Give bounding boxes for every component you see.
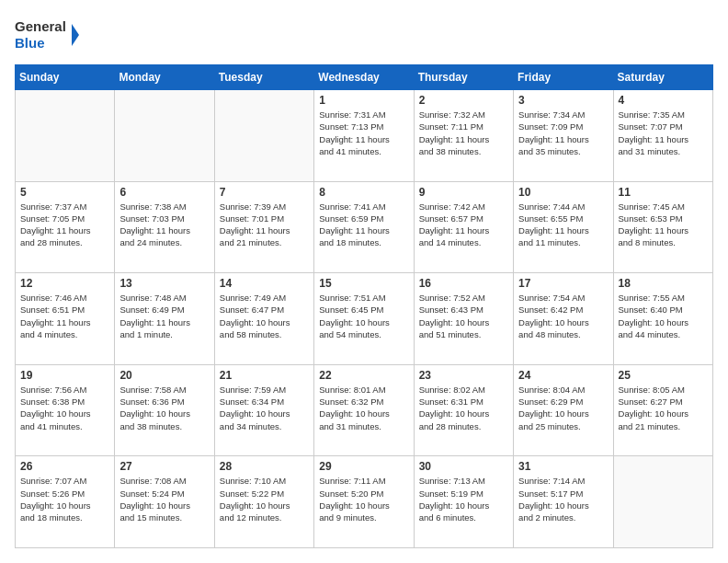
day-info: Sunrise: 7:49 AM Sunset: 6:47 PM Dayligh… [220, 292, 309, 340]
day-number: 16 [419, 277, 508, 290]
weekday-header-friday: Friday [514, 65, 613, 90]
calendar-cell: 20Sunrise: 7:58 AM Sunset: 6:36 PM Dayli… [115, 364, 214, 456]
svg-marker-2 [72, 24, 79, 46]
page: General Blue SundayMondayTuesdayWednesda… [0, 0, 728, 563]
weekday-header-saturday: Saturday [613, 65, 712, 90]
day-info: Sunrise: 7:56 AM Sunset: 6:38 PM Dayligh… [20, 384, 109, 432]
day-number: 30 [419, 460, 508, 473]
day-number: 12 [20, 277, 109, 290]
day-info: Sunrise: 7:48 AM Sunset: 6:49 PM Dayligh… [119, 292, 209, 340]
day-number: 19 [20, 369, 109, 382]
calendar-cell: 29Sunrise: 7:11 AM Sunset: 5:20 PM Dayli… [314, 456, 414, 548]
week-row-1: 1Sunrise: 7:31 AM Sunset: 7:13 PM Daylig… [16, 90, 713, 182]
calendar-cell: 19Sunrise: 7:56 AM Sunset: 6:38 PM Dayli… [16, 364, 115, 456]
day-number: 11 [619, 186, 708, 199]
week-row-3: 12Sunrise: 7:46 AM Sunset: 6:51 PM Dayli… [16, 273, 713, 365]
day-number: 31 [518, 460, 608, 473]
calendar-cell: 30Sunrise: 7:13 AM Sunset: 5:19 PM Dayli… [414, 456, 513, 548]
day-info: Sunrise: 7:07 AM Sunset: 5:26 PM Dayligh… [20, 475, 109, 523]
day-number: 9 [419, 186, 508, 199]
day-info: Sunrise: 7:32 AM Sunset: 7:11 PM Dayligh… [419, 109, 508, 157]
day-number: 29 [319, 460, 408, 473]
calendar-cell: 31Sunrise: 7:14 AM Sunset: 5:17 PM Dayli… [514, 456, 613, 548]
calendar-cell: 24Sunrise: 8:04 AM Sunset: 6:29 PM Dayli… [514, 364, 613, 456]
calendar-cell: 23Sunrise: 8:02 AM Sunset: 6:31 PM Dayli… [414, 364, 513, 456]
header: General Blue [15, 15, 713, 55]
day-info: Sunrise: 8:01 AM Sunset: 6:32 PM Dayligh… [319, 384, 408, 432]
day-info: Sunrise: 8:05 AM Sunset: 6:27 PM Dayligh… [619, 384, 708, 432]
day-number: 13 [119, 277, 209, 290]
day-number: 27 [119, 460, 209, 473]
logo-svg: General Blue [15, 15, 79, 55]
day-info: Sunrise: 8:02 AM Sunset: 6:31 PM Dayligh… [419, 384, 508, 432]
calendar-cell: 18Sunrise: 7:55 AM Sunset: 6:40 PM Dayli… [613, 273, 712, 365]
calendar-cell: 21Sunrise: 7:59 AM Sunset: 6:34 PM Dayli… [214, 364, 313, 456]
calendar-cell: 6Sunrise: 7:38 AM Sunset: 7:03 PM Daylig… [115, 181, 214, 273]
day-number: 10 [518, 186, 608, 199]
day-info: Sunrise: 7:51 AM Sunset: 6:45 PM Dayligh… [319, 292, 408, 340]
day-info: Sunrise: 7:35 AM Sunset: 7:07 PM Dayligh… [619, 109, 708, 157]
day-info: Sunrise: 7:59 AM Sunset: 6:34 PM Dayligh… [220, 384, 309, 432]
calendar-cell: 3Sunrise: 7:34 AM Sunset: 7:09 PM Daylig… [514, 90, 613, 182]
day-number: 5 [20, 186, 109, 199]
calendar-cell: 2Sunrise: 7:32 AM Sunset: 7:11 PM Daylig… [414, 90, 513, 182]
day-info: Sunrise: 7:39 AM Sunset: 7:01 PM Dayligh… [220, 201, 309, 249]
calendar-cell: 17Sunrise: 7:54 AM Sunset: 6:42 PM Dayli… [514, 273, 613, 365]
day-number: 3 [518, 94, 608, 107]
calendar-cell: 4Sunrise: 7:35 AM Sunset: 7:07 PM Daylig… [613, 90, 712, 182]
day-info: Sunrise: 7:58 AM Sunset: 6:36 PM Dayligh… [119, 384, 209, 432]
day-number: 25 [619, 369, 708, 382]
week-row-4: 19Sunrise: 7:56 AM Sunset: 6:38 PM Dayli… [16, 364, 713, 456]
day-number: 20 [119, 369, 209, 382]
day-number: 1 [319, 94, 408, 107]
weekday-header-wednesday: Wednesday [314, 65, 414, 90]
svg-text:Blue: Blue [15, 35, 45, 51]
weekday-header-monday: Monday [115, 65, 214, 90]
day-number: 22 [319, 369, 408, 382]
calendar-cell: 15Sunrise: 7:51 AM Sunset: 6:45 PM Dayli… [314, 273, 414, 365]
day-info: Sunrise: 7:37 AM Sunset: 7:05 PM Dayligh… [20, 201, 109, 249]
day-number: 18 [619, 277, 708, 290]
calendar-cell: 26Sunrise: 7:07 AM Sunset: 5:26 PM Dayli… [16, 456, 115, 548]
day-info: Sunrise: 8:04 AM Sunset: 6:29 PM Dayligh… [518, 384, 608, 432]
calendar-cell: 28Sunrise: 7:10 AM Sunset: 5:22 PM Dayli… [214, 456, 313, 548]
day-info: Sunrise: 7:42 AM Sunset: 6:57 PM Dayligh… [419, 201, 508, 249]
day-info: Sunrise: 7:13 AM Sunset: 5:19 PM Dayligh… [419, 475, 508, 523]
calendar-cell [613, 456, 712, 548]
day-number: 23 [419, 369, 508, 382]
day-number: 28 [220, 460, 309, 473]
calendar-cell: 12Sunrise: 7:46 AM Sunset: 6:51 PM Dayli… [16, 273, 115, 365]
calendar-cell: 27Sunrise: 7:08 AM Sunset: 5:24 PM Dayli… [115, 456, 214, 548]
calendar-cell [214, 90, 313, 182]
weekday-header-sunday: Sunday [16, 65, 115, 90]
weekday-header-row: SundayMondayTuesdayWednesdayThursdayFrid… [16, 65, 713, 90]
day-number: 15 [319, 277, 408, 290]
day-number: 4 [619, 94, 708, 107]
week-row-2: 5Sunrise: 7:37 AM Sunset: 7:05 PM Daylig… [16, 181, 713, 273]
calendar-cell: 9Sunrise: 7:42 AM Sunset: 6:57 PM Daylig… [414, 181, 513, 273]
day-info: Sunrise: 7:38 AM Sunset: 7:03 PM Dayligh… [119, 201, 209, 249]
day-number: 17 [518, 277, 608, 290]
day-info: Sunrise: 7:34 AM Sunset: 7:09 PM Dayligh… [518, 109, 608, 157]
day-info: Sunrise: 7:14 AM Sunset: 5:17 PM Dayligh… [518, 475, 608, 523]
week-row-5: 26Sunrise: 7:07 AM Sunset: 5:26 PM Dayli… [16, 456, 713, 548]
day-info: Sunrise: 7:46 AM Sunset: 6:51 PM Dayligh… [20, 292, 109, 340]
day-number: 14 [220, 277, 309, 290]
calendar-cell [115, 90, 214, 182]
day-number: 7 [220, 186, 309, 199]
day-number: 21 [220, 369, 309, 382]
svg-text:General: General [15, 18, 66, 34]
day-info: Sunrise: 7:52 AM Sunset: 6:43 PM Dayligh… [419, 292, 508, 340]
calendar-table: SundayMondayTuesdayWednesdayThursdayFrid… [15, 64, 713, 548]
calendar-cell: 25Sunrise: 8:05 AM Sunset: 6:27 PM Dayli… [613, 364, 712, 456]
day-info: Sunrise: 7:44 AM Sunset: 6:55 PM Dayligh… [518, 201, 608, 249]
day-info: Sunrise: 7:10 AM Sunset: 5:22 PM Dayligh… [220, 475, 309, 523]
day-number: 2 [419, 94, 508, 107]
day-number: 26 [20, 460, 109, 473]
calendar-cell [16, 90, 115, 182]
logo: General Blue [15, 15, 79, 55]
calendar-cell: 7Sunrise: 7:39 AM Sunset: 7:01 PM Daylig… [214, 181, 313, 273]
day-info: Sunrise: 7:41 AM Sunset: 6:59 PM Dayligh… [319, 201, 408, 249]
day-info: Sunrise: 7:55 AM Sunset: 6:40 PM Dayligh… [619, 292, 708, 340]
calendar-cell: 22Sunrise: 8:01 AM Sunset: 6:32 PM Dayli… [314, 364, 414, 456]
